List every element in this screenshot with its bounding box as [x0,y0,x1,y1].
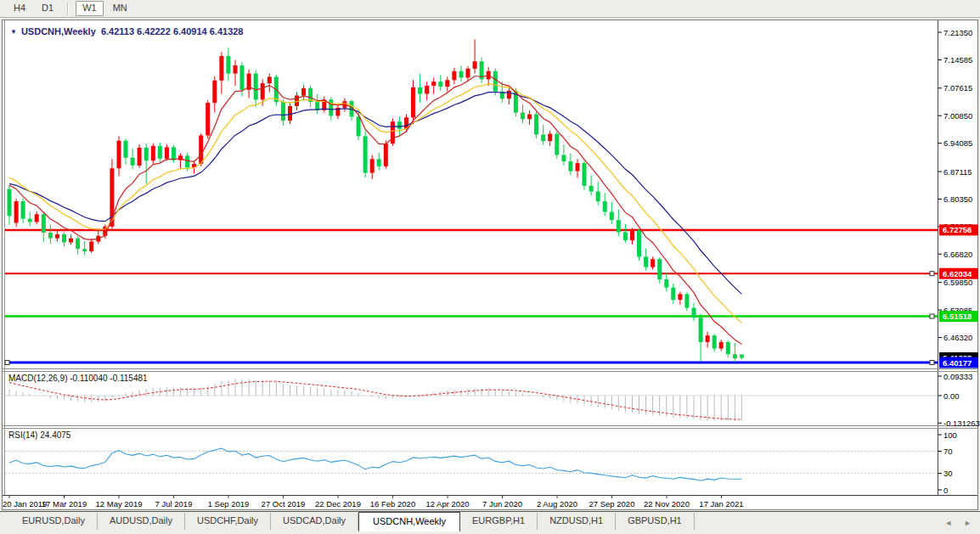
candle-body [28,219,32,222]
candle-body [21,201,25,219]
candle-body [630,231,634,241]
date-tick-label: 22 Nov 2020 [644,499,690,509]
tab-eurusd-daily[interactable]: EURUSD,Daily [10,513,98,530]
candle-body [131,158,135,166]
tab-gbpusd-h1[interactable]: GBPUSD,H1 [616,513,695,530]
price-tick-label: 6.66820 [943,250,972,259]
tab-eurgbp-h1[interactable]: EURGBP,H1 [460,513,538,530]
candle-body [726,342,730,354]
candle-body [603,201,607,212]
candle-body [48,233,53,239]
candle-body [541,135,545,142]
tab-usdcnh-weekly[interactable]: USDCNH,Weekly [358,512,460,531]
candle-body [684,294,689,307]
candle-body [527,115,532,120]
candle-body [363,136,368,172]
candle-body [712,335,717,348]
candle-body [144,148,149,160]
price-tick-label: 7.00850 [943,111,972,121]
candle-body [384,143,388,166]
candle-body [507,91,511,99]
candle-body [219,56,223,81]
svg-text:6.51518: 6.51518 [943,312,972,321]
candle-body [35,214,39,222]
date-tick-label: 7 Jul 2019 [155,499,193,509]
line-handle [930,361,934,365]
line-handle [930,314,934,318]
candle-body [473,61,477,69]
candle-body [555,134,559,155]
candle-body [671,288,675,300]
candle-body [719,342,724,349]
price-tick-label: 6.46320 [943,333,972,342]
candle-body [452,71,456,81]
tab-audusd-daily[interactable]: AUDUSD,Daily [98,513,185,530]
date-tick-label: 27 Sep 2020 [589,499,635,509]
rsi-axis-label: 0 [943,486,948,495]
candle-body [699,318,703,342]
candle-body [377,159,381,166]
chart-symbol-label: USDCNH,Weekly [21,26,96,37]
macd-axis-label: 0.00 [943,391,960,401]
svg-text:6.72756: 6.72756 [943,225,972,234]
candle-body [281,102,285,121]
candle-body [165,147,169,158]
candle-body [329,99,333,115]
candle-body [288,106,292,121]
rsi-label: RSI(14) 24.4075 [8,430,71,440]
tab-usdchf-daily[interactable]: USDCHF,Daily [185,513,271,530]
candle-body [301,88,306,96]
candle-body [740,355,744,358]
price-tick-label: 6.87115 [943,167,972,177]
price-tick-label: 6.59850 [943,278,972,287]
candle-body [438,82,442,87]
candle-body [370,159,375,172]
date-tick-label: 7 Jun 2020 [482,499,522,509]
macd-axis-label: -0.131263 [943,419,980,428]
candle-body [14,201,19,222]
candle-body [617,220,621,232]
candle-body [89,242,93,252]
candle-body [568,161,572,171]
candle-body [589,186,594,192]
price-tick-label: 6.94085 [943,138,972,148]
candle-body [692,308,696,318]
candle-body [268,77,272,84]
tab-usdcad-daily[interactable]: USDCAD,Daily [271,513,358,530]
tab-nzdusd-h1[interactable]: NZDUSD,H1 [538,513,616,530]
candle-body [240,65,245,90]
candle-body [82,249,87,251]
date-tick-label: 22 Dec 2019 [315,499,361,509]
candle-body [124,141,128,158]
tab-scroll-right-icon[interactable]: ► [964,519,972,527]
svg-text:6.40177: 6.40177 [943,358,972,368]
line-handle [5,361,9,365]
candle-body [548,134,552,142]
date-tick-label: 27 Oct 2019 [262,499,306,509]
candle-body [76,239,80,250]
candle-body [42,214,46,233]
candle-body [610,212,614,221]
candle-body [706,335,710,342]
candle-body [534,115,538,135]
chevron-down-icon[interactable]: ▼ [10,28,17,36]
candle-body [172,147,176,160]
candle-body [138,148,142,166]
tab-scroll-left-icon[interactable]: ◄ [944,519,952,527]
candle-body [254,74,258,100]
chart-tab-bar: EURUSD,Daily AUDUSD,Daily USDCHF,Daily U… [0,511,980,534]
candle-body [226,56,230,74]
candle-body [466,69,470,78]
candle-body [69,239,73,243]
candle-body [459,71,464,78]
candle-body [644,256,648,267]
candle-body [425,86,429,94]
macd-axis-label: 0.09333 [943,372,972,381]
candle-body [678,294,682,300]
candle-body [431,82,436,86]
price-tick-label: 7.14585 [943,55,972,65]
chart-canvas[interactable]: 7.213507.145857.076157.008506.940856.871… [0,0,980,534]
chart-title: ▼USDCNH,Weekly 6.42113 6.42222 6.40914 6… [10,26,244,37]
candle-body [576,163,580,171]
price-tick-label: 6.80350 [943,194,972,204]
